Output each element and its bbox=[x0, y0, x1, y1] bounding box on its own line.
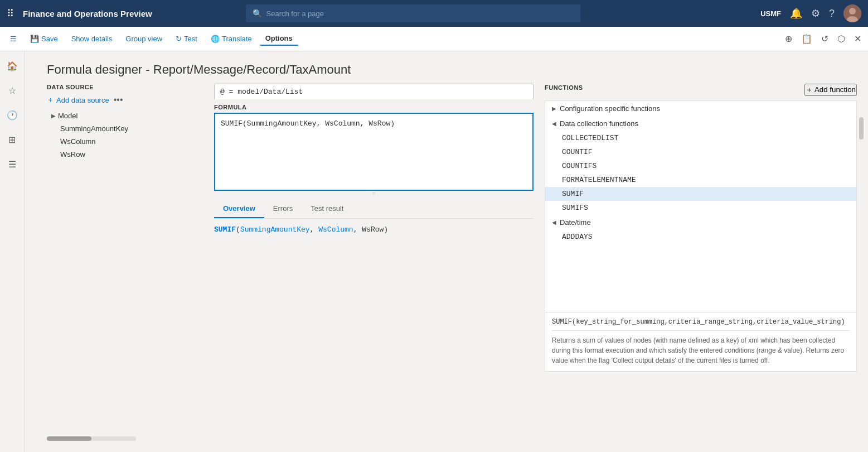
func-formatelementname[interactable]: FORMATELEMENTNAME bbox=[545, 173, 856, 187]
translate-button[interactable]: 🌐 Translate bbox=[205, 32, 258, 45]
formula-param2: WsColumn bbox=[318, 225, 353, 234]
scrollbar-thumb[interactable] bbox=[47, 436, 91, 441]
search-icon: 🔍 bbox=[253, 9, 262, 18]
formula-title: FORMULA bbox=[214, 99, 534, 113]
group-view-button[interactable]: Group view bbox=[120, 32, 168, 45]
tab-errors[interactable]: Errors bbox=[264, 200, 302, 218]
tab-overview[interactable]: Overview bbox=[214, 200, 264, 218]
formula-tabs: Overview Errors Test result bbox=[214, 200, 534, 219]
formula-highlight-mif: MIF bbox=[223, 225, 236, 234]
func-countifs[interactable]: COUNTIFS bbox=[545, 159, 856, 173]
save-button[interactable]: 💾 Save bbox=[25, 32, 64, 45]
avatar[interactable] bbox=[843, 4, 861, 22]
func-adddays[interactable]: ADDDAYS bbox=[545, 230, 856, 244]
formula-editor[interactable]: SUMIF(SummingAmountKey, WsColumn, WsRow) bbox=[214, 113, 534, 191]
sidebar-home-icon[interactable]: 🏠 bbox=[2, 56, 22, 76]
functions-panel: FUNCTIONS ＋ Add function ▶ Configuration… bbox=[545, 84, 857, 441]
cmd-right-actions: ⊕ 📋 ↺ ⬡ ✕ bbox=[783, 31, 864, 46]
svg-point-1 bbox=[849, 8, 856, 15]
functions-title: FUNCTIONS bbox=[545, 84, 583, 91]
formula-param3: WsRow bbox=[362, 225, 384, 234]
func-group-datacollection[interactable]: ◀ Data collection functions bbox=[545, 116, 856, 131]
nav-right: USMF 🔔 ⚙ ? bbox=[760, 4, 861, 22]
top-navigation: ⠿ Finance and Operations Preview 🔍 USMF … bbox=[0, 0, 868, 27]
more-button[interactable]: ••• bbox=[114, 95, 123, 105]
add-function-button[interactable]: ＋ Add function bbox=[804, 84, 857, 96]
vertical-scrollbar[interactable] bbox=[859, 117, 864, 285]
func-description-area: SUMIF(key_string_for_summing,criteria_ra… bbox=[545, 312, 857, 372]
func-description-text: Returns a sum of values of nodes (with n… bbox=[552, 335, 850, 366]
command-bar: ☰ 💾 Save Show details Group view ↻ Test … bbox=[0, 27, 868, 51]
refresh-icon[interactable]: ↺ bbox=[819, 31, 831, 46]
help-icon[interactable]: ? bbox=[829, 8, 835, 20]
resize-handle[interactable]: = bbox=[214, 191, 534, 195]
plus-icon: ＋ bbox=[47, 95, 54, 105]
sidebar-workspace-icon[interactable]: ⊞ bbox=[2, 129, 22, 150]
datasource-tree: ▶ Model SummingAmountKey WsColumn WsRow bbox=[47, 109, 203, 161]
app-title: Finance and Operations Preview bbox=[23, 9, 152, 18]
sidebar-list-icon[interactable]: ☰ bbox=[2, 154, 22, 174]
test-button[interactable]: ↻ Test bbox=[170, 32, 203, 45]
search-bar[interactable]: 🔍 bbox=[246, 4, 580, 22]
tree-item-wsrow[interactable]: WsRow bbox=[47, 148, 203, 161]
plus-icon-func: ＋ bbox=[806, 85, 813, 94]
save-icon: 💾 bbox=[30, 35, 39, 43]
main-content: Formula designer - Report/Message/Record… bbox=[25, 51, 868, 452]
func-sumif[interactable]: SUMIF bbox=[545, 187, 856, 201]
chevron-down-datetime-icon: ◀ bbox=[552, 219, 556, 225]
panels-container: DATA SOURCE ＋ Add data source ••• ▶ Mode… bbox=[25, 84, 868, 452]
formula-path: @ = model/Data/List bbox=[214, 84, 534, 99]
expand-icon: ▶ bbox=[51, 113, 56, 119]
user-label: USMF bbox=[760, 9, 781, 18]
formula-param1: SummingAmountKey bbox=[240, 225, 310, 234]
datasource-title: DATA SOURCE bbox=[47, 84, 203, 90]
settings-icon[interactable]: ⚙ bbox=[811, 7, 820, 20]
left-sidebar: 🏠 ☆ 🕐 ⊞ ☰ bbox=[0, 51, 25, 452]
notification-icon[interactable]: 🔔 bbox=[790, 7, 802, 20]
chevron-right-icon: ▶ bbox=[552, 105, 556, 112]
formula-overview-display: SUMIF(SummingAmountKey, WsColumn, WsRow) bbox=[214, 219, 534, 241]
func-sumifs[interactable]: SUMIFS bbox=[545, 201, 856, 215]
personalize-icon[interactable]: ⊕ bbox=[783, 31, 794, 46]
copy-icon[interactable]: 📋 bbox=[799, 31, 814, 46]
functions-list[interactable]: ▶ Configuration specific functions ◀ Dat… bbox=[545, 100, 857, 312]
test-icon: ↻ bbox=[176, 35, 182, 43]
tree-item-wscolumn[interactable]: WsColumn bbox=[47, 135, 203, 148]
func-group-datetime[interactable]: ◀ Date/time bbox=[545, 215, 856, 230]
datasource-actions: ＋ Add data source ••• bbox=[47, 95, 203, 105]
func-signature: SUMIF(key_string_for_summing,criteria_ra… bbox=[552, 318, 850, 331]
scrollbar-thumb-right[interactable] bbox=[859, 117, 864, 140]
waffle-icon[interactable]: ⠿ bbox=[7, 7, 14, 20]
hamburger-button[interactable]: ☰ bbox=[4, 32, 22, 45]
sidebar-star-icon[interactable]: ☆ bbox=[2, 80, 22, 100]
page-title: Formula designer - Report/Message/Record… bbox=[25, 51, 868, 84]
func-group-config[interactable]: ▶ Configuration specific functions bbox=[545, 101, 856, 116]
func-countif[interactable]: COUNTIF bbox=[545, 145, 856, 159]
chevron-down-icon: ◀ bbox=[552, 121, 556, 127]
translate-icon: 🌐 bbox=[211, 35, 220, 43]
formula-panel: @ = model/Data/List FORMULA SUMIF(Summin… bbox=[214, 84, 534, 441]
formula-highlight-su: SU bbox=[214, 225, 223, 234]
options-button[interactable]: Options bbox=[260, 32, 298, 46]
tab-test-result[interactable]: Test result bbox=[302, 200, 352, 218]
close-icon[interactable]: ✕ bbox=[852, 31, 864, 46]
func-collectedlist[interactable]: COLLECTEDLIST bbox=[545, 131, 856, 145]
functions-header: FUNCTIONS ＋ Add function bbox=[545, 84, 857, 96]
sidebar-recent-icon[interactable]: 🕐 bbox=[2, 105, 22, 125]
add-datasource-button[interactable]: ＋ Add data source bbox=[47, 95, 109, 105]
horizontal-scrollbar[interactable] bbox=[47, 436, 136, 441]
tree-item-summingamountkey[interactable]: SummingAmountKey bbox=[47, 122, 203, 135]
datasource-panel: DATA SOURCE ＋ Add data source ••• ▶ Mode… bbox=[47, 84, 203, 441]
open-new-icon[interactable]: ⬡ bbox=[835, 31, 847, 46]
search-input[interactable] bbox=[266, 9, 574, 18]
main-layout: 🏠 ☆ 🕐 ⊞ ☰ Formula designer - Report/Mess… bbox=[0, 51, 868, 452]
tree-item-model[interactable]: ▶ Model bbox=[47, 109, 203, 122]
show-details-button[interactable]: Show details bbox=[66, 32, 118, 45]
